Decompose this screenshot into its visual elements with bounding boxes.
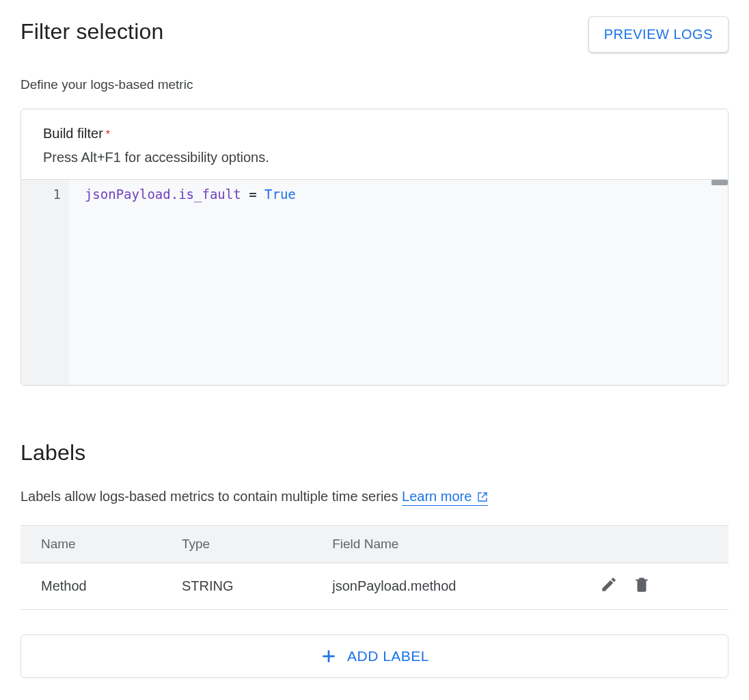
required-indicator: *	[106, 129, 110, 140]
col-name: Name	[21, 526, 161, 563]
a11y-hint: Press Alt+F1 for accessibility options.	[43, 150, 706, 165]
table-row: Method STRING jsonPayload.method	[21, 563, 728, 610]
col-field-name: Field Name	[312, 526, 580, 563]
labels-header-row: Name Type Field Name	[21, 526, 728, 563]
cell-field-name: jsonPayload.method	[312, 563, 580, 610]
labels-description: Labels allow logs-based metrics to conta…	[21, 489, 728, 506]
col-actions	[580, 526, 728, 563]
labels-table: Name Type Field Name Method STRING jsonP…	[21, 525, 728, 610]
external-link-icon	[477, 492, 488, 502]
build-filter-label: Build filter	[43, 126, 103, 141]
code-body[interactable]: jsonPayload.is_fault = True	[69, 180, 728, 385]
labels-section-title: Labels	[21, 440, 728, 466]
preview-logs-button[interactable]: PREVIEW LOGS	[588, 16, 728, 53]
col-type: Type	[161, 526, 312, 563]
add-label-text: ADD LABEL	[347, 648, 429, 664]
filter-section-title: Filter selection	[21, 19, 164, 44]
cell-type: STRING	[161, 563, 312, 610]
filter-code-editor[interactable]: 1 jsonPayload.is_fault = True	[21, 180, 728, 385]
filter-section-subtitle: Define your logs-based metric	[21, 77, 728, 92]
plus-icon	[320, 647, 338, 665]
learn-more-text: Learn more	[402, 489, 472, 504]
delete-icon[interactable]	[633, 576, 651, 593]
add-label-button[interactable]: ADD LABEL	[21, 634, 728, 678]
learn-more-link[interactable]: Learn more	[402, 489, 488, 506]
code-key: jsonPayload.is_fault	[85, 187, 241, 202]
labels-desc-text: Labels allow logs-based metrics to conta…	[21, 489, 402, 504]
code-gutter: 1	[21, 180, 69, 385]
cell-name: Method	[21, 563, 161, 610]
code-op: =	[249, 187, 256, 202]
filter-card: Build filter* Press Alt+F1 for accessibi…	[21, 109, 728, 386]
line-number: 1	[53, 187, 61, 202]
scrollbar-thumb[interactable]	[711, 180, 728, 185]
edit-icon[interactable]	[600, 576, 618, 593]
code-value: True	[264, 187, 296, 202]
